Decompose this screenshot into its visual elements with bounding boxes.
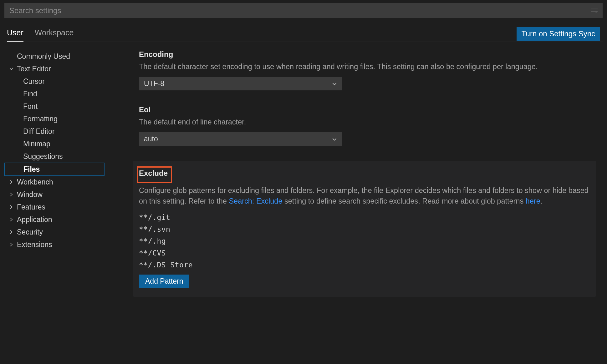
sidebar-item-window[interactable]: Window xyxy=(4,188,105,201)
sidebar-item-minimap[interactable]: Minimap xyxy=(4,138,105,150)
chevron-right-icon xyxy=(9,205,14,210)
exclude-pattern[interactable]: **/.svn xyxy=(139,223,590,235)
chevron-right-icon xyxy=(9,217,14,222)
link-glob-here[interactable]: here xyxy=(526,197,540,205)
chevron-right-icon xyxy=(9,230,14,235)
sidebar-item-commonly-used[interactable]: Commonly Used xyxy=(4,50,105,63)
sidebar-item-label: Formatting xyxy=(23,115,58,123)
eol-value: auto xyxy=(144,135,158,143)
clear-search-icon[interactable] xyxy=(591,8,598,13)
exclude-pattern[interactable]: **/CVS xyxy=(139,247,590,259)
sidebar-item-formatting[interactable]: Formatting xyxy=(4,113,105,125)
search-input[interactable] xyxy=(4,3,603,18)
chevron-down-icon xyxy=(332,136,337,142)
encoding-value: UTF-8 xyxy=(144,79,164,88)
chevron-right-icon xyxy=(9,192,14,197)
sidebar-item-features[interactable]: Features xyxy=(4,201,105,213)
settings-content: Encoding The default character set encod… xyxy=(105,49,603,364)
tab-workspace[interactable]: Workspace xyxy=(35,26,74,42)
sidebar-item-label: Window xyxy=(17,190,43,199)
link-search-exclude[interactable]: Search: Exclude xyxy=(229,197,282,205)
chevron-right-icon xyxy=(9,179,14,185)
sidebar-item-diff-editor[interactable]: Diff Editor xyxy=(4,125,105,138)
setting-title-encoding: Encoding xyxy=(139,50,173,59)
exclude-pattern-list: **/.git**/.svn**/.hg**/CVS**/.DS_Store xyxy=(139,211,590,271)
exclude-pattern[interactable]: **/.DS_Store xyxy=(139,259,590,271)
sidebar-item-workbench[interactable]: Workbench xyxy=(4,176,105,188)
sidebar-item-files[interactable]: Files xyxy=(4,163,105,176)
tab-user[interactable]: User xyxy=(7,26,23,42)
sidebar-item-label: Font xyxy=(23,102,38,111)
sidebar-item-label: Commonly Used xyxy=(17,52,70,61)
sidebar-item-cursor[interactable]: Cursor xyxy=(4,75,105,88)
sidebar-item-text-editor[interactable]: Text Editor xyxy=(4,63,105,75)
sidebar-item-label: Minimap xyxy=(23,140,50,148)
exclude-pattern[interactable]: **/.hg xyxy=(139,235,590,247)
setting-desc-encoding: The default character set encoding to us… xyxy=(139,61,590,72)
settings-sync-button[interactable]: Turn on Settings Sync xyxy=(517,27,600,41)
eol-select[interactable]: auto xyxy=(139,132,342,146)
sidebar-item-extensions[interactable]: Extensions xyxy=(4,238,105,251)
sidebar-item-label: Diff Editor xyxy=(23,127,55,136)
sidebar-item-label: Suggestions xyxy=(23,152,63,161)
chevron-down-icon xyxy=(9,66,14,71)
add-pattern-button[interactable]: Add Pattern xyxy=(139,275,189,288)
sidebar-item-label: Application xyxy=(17,215,52,224)
sidebar-item-label: Find xyxy=(23,90,37,98)
setting-desc-eol: The default end of line character. xyxy=(139,117,590,127)
encoding-select[interactable]: UTF-8 xyxy=(139,77,342,90)
sidebar-item-find[interactable]: Find xyxy=(4,88,105,100)
sidebar-item-label: Extensions xyxy=(17,240,52,249)
sidebar-item-label: Files xyxy=(23,165,40,174)
sidebar-item-label: Cursor xyxy=(23,77,45,86)
setting-title-eol: Eol xyxy=(139,105,150,114)
setting-desc-exclude: Configure glob patterns for excluding fi… xyxy=(139,185,590,206)
setting-title-exclude: Exclude xyxy=(139,169,168,178)
sidebar-item-suggestions[interactable]: Suggestions xyxy=(4,150,105,163)
sidebar-item-security[interactable]: Security xyxy=(4,226,105,238)
sidebar-item-label: Security xyxy=(17,228,43,236)
sidebar-item-label: Features xyxy=(17,203,45,211)
sidebar-item-font[interactable]: Font xyxy=(4,100,105,113)
sidebar-item-application[interactable]: Application xyxy=(4,213,105,226)
chevron-right-icon xyxy=(9,242,14,247)
exclude-pattern[interactable]: **/.git xyxy=(139,211,590,223)
sidebar-item-label: Workbench xyxy=(17,178,53,186)
settings-sidebar: Commonly UsedText EditorCursorFindFontFo… xyxy=(4,49,105,364)
sidebar-item-label: Text Editor xyxy=(17,65,51,73)
chevron-down-icon xyxy=(332,81,337,87)
exclude-highlight: Exclude xyxy=(137,166,172,183)
